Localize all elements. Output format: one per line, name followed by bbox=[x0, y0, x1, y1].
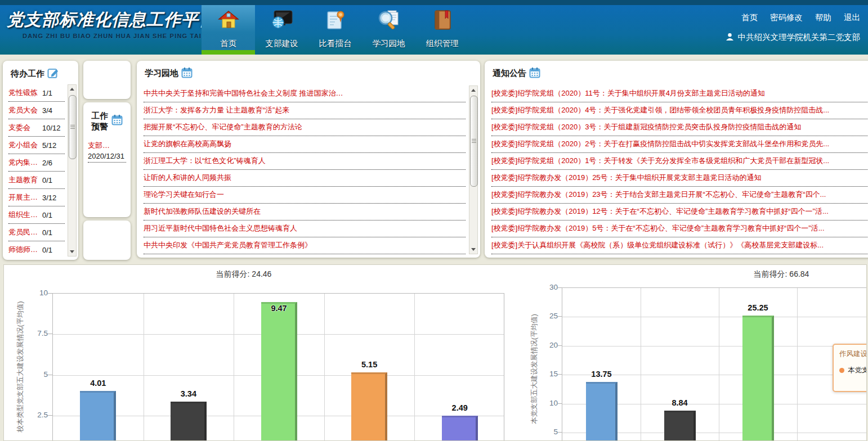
bar-value-label: 13.75 bbox=[578, 370, 625, 379]
todo-item-label[interactable]: 党小组会 bbox=[8, 140, 42, 150]
notice-link[interactable]: [校党委]绍学院教办发（2019）5号：关于在“不忘初心、牢记使命”主题教育学习… bbox=[491, 220, 868, 237]
bar[interactable] bbox=[80, 391, 116, 441]
y-tick-mark bbox=[47, 334, 52, 334]
notice-link[interactable]: [校党委]绍学院党组（2020）1号：关于转发《关于充分发挥全市各级党组织和广大… bbox=[491, 153, 868, 170]
scroll-down-arrow[interactable] bbox=[68, 248, 76, 256]
notice-link[interactable]: [校党委]关于使用“学习强国”学习平台 开展学习活动的通知 bbox=[491, 254, 868, 258]
y-tick-label: 20 bbox=[530, 341, 558, 349]
todo-item[interactable]: 支委会10/12 bbox=[8, 119, 65, 137]
warning-item-label[interactable]: 支部… bbox=[88, 141, 126, 151]
y-tick-mark bbox=[47, 293, 52, 294]
notice-link[interactable]: [校党委]绍学院党组（2020）11号：关于集中组织开展4月份支部主题党日活动的… bbox=[491, 86, 868, 102]
todo-item-count: 0/1 bbox=[42, 246, 52, 254]
nav-label: 学习园地 bbox=[373, 38, 405, 49]
todo-item[interactable]: 师德师…0/1 bbox=[8, 241, 65, 258]
y-tick-mark bbox=[557, 316, 562, 317]
todo-item-label[interactable]: 开展主… bbox=[8, 192, 42, 202]
study-article-link[interactable]: 新时代加强教师队伍建设的关键所在 bbox=[144, 204, 466, 220]
nav-item-compare-arena[interactable]: 比看擂台 bbox=[308, 5, 362, 55]
top-link-change-password[interactable]: 密码修改 bbox=[770, 12, 803, 23]
chart-score-title: 当前得分: 24.46 bbox=[199, 269, 289, 280]
scroll-up-arrow[interactable] bbox=[68, 85, 76, 93]
nav-item-home[interactable]: 首页 bbox=[202, 5, 255, 55]
bar[interactable] bbox=[742, 316, 774, 441]
notice-link[interactable]: [校党委]绍学院教办发（2019）23号：关于结合支部主题党日开展“不忘初心、牢… bbox=[491, 187, 868, 204]
y-tick-label: 10 bbox=[530, 399, 558, 407]
todo-item[interactable]: 党内集…2/6 bbox=[8, 154, 65, 172]
notice-link[interactable]: [校党委]绍学院党组（2020）4号：关于强化党建引领，团结带领全校团员青年积极… bbox=[491, 102, 868, 119]
bar-chart-plot-left: 4.013.349.475.152.49 bbox=[52, 293, 504, 441]
study-scrollbar[interactable] bbox=[469, 86, 478, 254]
gridline bbox=[144, 294, 144, 441]
notice-link[interactable]: [校党委]关于认真组织开展《高校院（系）级单位党组织建设标准（试行）》《高校基层… bbox=[491, 237, 868, 254]
app-header: 党支部标准化信息工作平台 DANG ZHI BU BIAO ZHUN HUA J… bbox=[0, 0, 868, 55]
app-title: 党支部标准化信息工作平台 bbox=[7, 8, 201, 32]
notice-panel: 通知公告 [校党委]绍学院党组（2020）11号：关于集中组织开展4月份支部主题… bbox=[485, 61, 868, 258]
nav-item-branch-building[interactable]: 支部建设 bbox=[255, 5, 308, 55]
gridline bbox=[641, 288, 641, 441]
todo-item-label[interactable]: 党员大会 bbox=[8, 105, 42, 115]
top-link-logout[interactable]: 退出 bbox=[844, 12, 860, 23]
study-article-link[interactable]: 浙江理工大学：以“红色文化”铸魂育人 bbox=[144, 153, 466, 170]
notice-link[interactable]: [校党委]绍学院教办发（2019）25号：关于集中组织开展党支部主题党日活动的通… bbox=[491, 170, 868, 187]
warning-item[interactable]: 支部… 2020/12/31 bbox=[88, 141, 126, 163]
study-article-link[interactable]: 大学的定力与初心》 bbox=[144, 254, 466, 258]
todo-item[interactable]: 党小组会5/12 bbox=[8, 137, 65, 154]
bar[interactable] bbox=[442, 416, 478, 441]
scroll-up-arrow[interactable] bbox=[469, 86, 477, 94]
bar[interactable] bbox=[664, 411, 696, 441]
todo-item-label[interactable]: 党员民… bbox=[8, 227, 42, 237]
todo-item[interactable]: 党员大会3/4 bbox=[8, 102, 65, 119]
todo-item[interactable]: 组织生…0/1 bbox=[8, 206, 65, 224]
gridline bbox=[562, 317, 867, 317]
todo-item-label[interactable]: 师德师… bbox=[8, 245, 42, 255]
study-article-link[interactable]: 中共中央关于坚持和完善中国特色社会主义制度 推进国家治… bbox=[144, 86, 466, 102]
study-article-link[interactable]: 理论学习关键在知行合一 bbox=[144, 187, 466, 204]
home-icon bbox=[218, 10, 239, 33]
scroll-down-arrow[interactable] bbox=[469, 245, 477, 254]
notice-link[interactable]: [校党委]绍学院教办发（2019）12号：关于在“不忘初心、牢记使命”主题教育学… bbox=[491, 204, 868, 220]
current-user: 中共绍兴文理学院机关第二党支部 bbox=[726, 32, 861, 43]
nav-item-study-garden[interactable]: 学习园地 bbox=[362, 5, 415, 55]
notice-panel-title: 通知公告 bbox=[485, 61, 868, 80]
todo-item-label[interactable]: 主题教育 bbox=[8, 175, 42, 185]
app-subtitle: DANG ZHI BU BIAO ZHUN HUA JIAN SHE PING … bbox=[23, 33, 201, 39]
user-name: 中共绍兴文理学院机关第二党支部 bbox=[738, 32, 861, 43]
y-tick-label: 2.5 bbox=[20, 411, 48, 419]
study-article-link[interactable]: 中共中央印发《中国共产党党员教育管理工作条例》 bbox=[144, 237, 466, 254]
todo-item-label[interactable]: 党性锻炼 bbox=[8, 88, 42, 98]
bar[interactable] bbox=[351, 372, 387, 441]
top-link-home[interactable]: 首页 bbox=[741, 12, 758, 23]
todo-item-label[interactable]: 党内集… bbox=[8, 158, 42, 168]
nav-item-org-management[interactable]: 组织管理 bbox=[415, 5, 469, 55]
y-tick-label: 25 bbox=[530, 312, 558, 320]
tooltip-series-name: 本党支部 bbox=[848, 366, 867, 375]
todo-item-count: 10/12 bbox=[42, 124, 61, 132]
study-article-link[interactable]: 让听的人和讲的人同频共振 bbox=[144, 170, 466, 187]
scroll-thumb[interactable] bbox=[470, 96, 478, 187]
todo-item[interactable]: 主题教育0/1 bbox=[8, 172, 65, 189]
bar[interactable] bbox=[586, 382, 618, 441]
todo-item[interactable]: 党性锻炼1/1 bbox=[8, 84, 65, 102]
todo-item[interactable]: 开展主…3/12 bbox=[8, 189, 65, 206]
study-article-link[interactable]: 把握开展“不忘初心、牢记使命”主题教育的方法论 bbox=[144, 119, 466, 136]
study-article-link[interactable]: 用习近平新时代中国特色社会主义思想铸魂育人 bbox=[144, 220, 466, 237]
bar[interactable] bbox=[261, 302, 297, 441]
scroll-thumb[interactable] bbox=[69, 95, 77, 159]
todo-item-label[interactable]: 支委会 bbox=[8, 123, 42, 133]
study-garden-panel: 学习园地 中共中央关于坚持和完善中国特色社会主义制度 推进国家治…浙江大学：发挥… bbox=[137, 61, 480, 258]
notice-link[interactable]: [校党委]绍学院党组（2020）3号：关于组建新冠疫情防控党员突击队投身防控疫情… bbox=[491, 119, 868, 136]
bar[interactable] bbox=[171, 402, 207, 441]
edit-icon[interactable] bbox=[47, 67, 60, 81]
study-article-link[interactable]: 浙江大学：发挥各方力量 让主题教育“活”起来 bbox=[144, 102, 466, 119]
todo-scrollbar[interactable] bbox=[68, 84, 77, 256]
notice-link[interactable]: [校党委]绍学院党组（2020）2号：关于在打赢疫情防控阻击战中切实发挥党支部战… bbox=[491, 136, 868, 153]
todo-item-count: 3/12 bbox=[42, 194, 56, 202]
study-article-link[interactable]: 让党的旗帜在高校高高飘扬 bbox=[144, 136, 466, 153]
todo-item[interactable]: 党员民…0/1 bbox=[8, 224, 65, 241]
warning-item-date: 2020/12/31 bbox=[88, 152, 126, 160]
y-tick-label: 7.5 bbox=[20, 329, 48, 338]
bar-value-label: 5.15 bbox=[346, 360, 393, 369]
top-link-help[interactable]: 帮助 bbox=[815, 12, 831, 23]
todo-item-label[interactable]: 组织生… bbox=[8, 210, 42, 220]
